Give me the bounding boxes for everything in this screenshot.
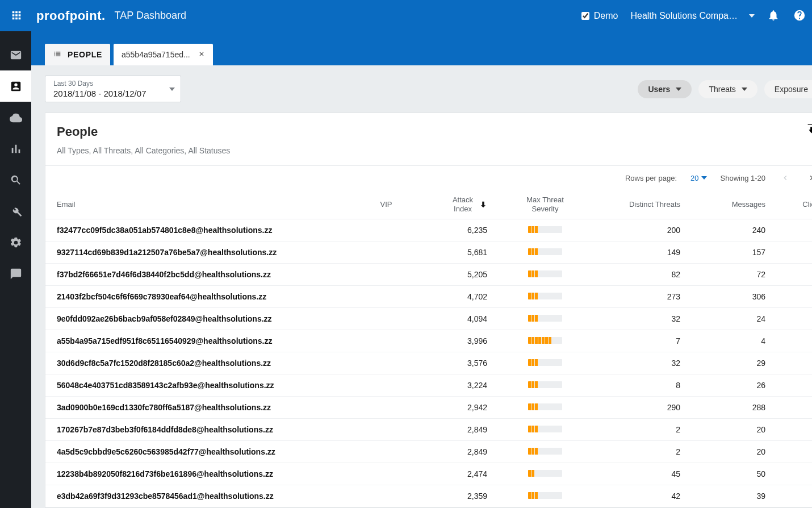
chevron-down-icon: [742, 86, 747, 92]
cell-clicks: 0: [772, 330, 812, 352]
cell-email: 30d6d9cf8c5a7fc1520d8f28185c60a2@healths…: [45, 352, 363, 374]
prev-page-button[interactable]: [779, 172, 792, 184]
demo-label: Demo: [594, 11, 618, 21]
cell-distinct-threats: 149: [596, 241, 687, 264]
page-title: TAP Dashboard: [115, 10, 186, 22]
nav-chat[interactable]: [0, 258, 31, 289]
table-row[interactable]: e3db42a69f3f9d31293cbe8578456ad1@healths…: [45, 485, 812, 507]
filter-exposure[interactable]: Exposure: [764, 80, 812, 98]
cell-email: 4a5d5c9cbbd9e5c6260c563985d42f77@healths…: [45, 441, 363, 463]
close-icon[interactable]: [198, 50, 205, 59]
filter-threats-label: Threats: [709, 85, 735, 94]
rows-per-page-value: 20: [690, 174, 698, 182]
table-row[interactable]: f32477cc09f5dc38a051ab574801c8e8@healths…: [45, 219, 812, 241]
content-area: PEOPLE a55b4a95a715ed... Last 30 Days 20…: [31, 31, 812, 508]
table-row[interactable]: 56048c4e403751cd83589143c2afb93e@healths…: [45, 374, 812, 397]
severity-bar: [528, 226, 562, 233]
cell-severity: [494, 485, 596, 507]
cell-attack-index: 5,681: [409, 241, 494, 264]
nav-settings[interactable]: [0, 227, 31, 258]
cell-attack-index: 2,474: [409, 463, 494, 485]
cell-vip: [363, 330, 409, 352]
demo-checkbox[interactable]: [581, 12, 589, 20]
cell-attack-index: 3,224: [409, 374, 494, 397]
col-attack-index[interactable]: Attack Index: [409, 190, 494, 219]
cell-severity: [494, 463, 596, 485]
severity-bar: [528, 359, 562, 366]
table-row[interactable]: 3ad0900b0e169cd1330fc780ff6a5187@healths…: [45, 397, 812, 419]
cell-email: 56048c4e403751cd83589143c2afb93e@healths…: [45, 374, 363, 397]
nav-analytics[interactable]: [0, 133, 31, 164]
left-nav: [0, 31, 31, 508]
date-range-picker[interactable]: Last 30 Days 2018/11/08 - 2018/12/07: [45, 76, 181, 102]
cell-messages: 72: [687, 264, 772, 286]
cell-email: e3db42a69f3f9d31293cbe8578456ad1@healths…: [45, 485, 363, 507]
cell-messages: 39: [687, 485, 772, 507]
tab-detail-label: a55b4a95a715ed...: [122, 50, 190, 59]
col-email[interactable]: Email: [45, 190, 363, 219]
table-row[interactable]: 9e0fdd092ae26b6bacb9af058ef02849@healths…: [45, 308, 812, 330]
cell-distinct-threats: 200: [596, 219, 687, 241]
showing-label: Showing 1-20: [721, 174, 766, 182]
col-messages[interactable]: Messages: [687, 190, 772, 219]
cell-vip: [363, 286, 409, 308]
rows-per-page-select[interactable]: 20: [690, 174, 706, 182]
cell-distinct-threats: 273: [596, 286, 687, 308]
filters-summary: All Types, All Threats, All Categories, …: [45, 143, 812, 166]
table-row[interactable]: 12238b4b892050f8216d73f6be161896@healths…: [45, 463, 812, 485]
col-max-threat-severity[interactable]: Max Threat Severity: [494, 190, 596, 219]
col-vip[interactable]: VIP: [363, 190, 409, 219]
table-row[interactable]: 30d6d9cf8c5a7fc1520d8f28185c60a2@healths…: [45, 352, 812, 374]
nav-cloud[interactable]: [0, 102, 31, 133]
people-table: Email VIP Attack Index Max Threat Severi…: [45, 190, 812, 507]
filter-users[interactable]: Users: [638, 80, 692, 98]
cell-vip: [363, 485, 409, 507]
cell-vip: [363, 352, 409, 374]
filter-users-label: Users: [648, 85, 670, 94]
table-row[interactable]: 4a5d5c9cbbd9e5c6260c563985d42f77@healths…: [45, 441, 812, 463]
tab-people[interactable]: PEOPLE: [45, 44, 110, 65]
cell-messages: 306: [687, 286, 772, 308]
cell-messages: 50: [687, 463, 772, 485]
date-range-value: 2018/11/08 - 2018/12/07: [53, 89, 156, 98]
table-row[interactable]: 170267b7e87d3beb3f0f6184ddfd8de8@healths…: [45, 419, 812, 441]
tab-detail[interactable]: a55b4a95a715ed...: [114, 44, 213, 65]
table-row[interactable]: 21403f2bcf504c6f6f669c78930eaf64@healths…: [45, 286, 812, 308]
severity-bar: [528, 381, 562, 388]
nav-search[interactable]: [0, 164, 31, 195]
bell-icon[interactable]: [767, 9, 781, 23]
cell-distinct-threats: 32: [596, 308, 687, 330]
table-row[interactable]: a55b4a95a715edf951f8c65116540929@healths…: [45, 330, 812, 352]
cell-clicks: 0: [772, 264, 812, 286]
cell-messages: 157: [687, 241, 772, 264]
download-icon[interactable]: [805, 124, 812, 139]
table-row[interactable]: 9327114cd69b839d1a212507a76be5a7@healths…: [45, 241, 812, 264]
severity-bar: [528, 492, 562, 499]
nav-people[interactable]: [0, 70, 31, 102]
arrow-down-icon: [479, 201, 487, 209]
cell-messages: 24: [687, 308, 772, 330]
cell-clicks: 0: [772, 241, 812, 264]
severity-bar: [528, 337, 562, 344]
severity-bar: [528, 426, 562, 432]
filter-threats[interactable]: Threats: [698, 80, 757, 98]
chevron-down-icon: [749, 11, 755, 21]
help-icon[interactable]: [793, 9, 807, 23]
nav-mail[interactable]: [0, 39, 31, 70]
apps-grid-icon[interactable]: [10, 9, 24, 23]
nav-tools[interactable]: [0, 195, 31, 227]
col-clicks[interactable]: Clicks: [772, 190, 812, 219]
next-page-button[interactable]: [805, 172, 812, 184]
tab-bar: PEOPLE a55b4a95a715ed...: [31, 31, 812, 65]
cell-clicks: 0: [772, 485, 812, 507]
table-row[interactable]: f37bd2f66651e7d46f6d38440f2bc5dd@healths…: [45, 264, 812, 286]
col-distinct-threats[interactable]: Distinct Threats: [596, 190, 687, 219]
demo-toggle[interactable]: Demo: [581, 11, 618, 21]
cell-email: 12238b4b892050f8216d73f6be161896@healths…: [45, 463, 363, 485]
cell-attack-index: 3,576: [409, 352, 494, 374]
cell-severity: [494, 374, 596, 397]
cell-severity: [494, 352, 596, 374]
cell-vip: [363, 308, 409, 330]
tenant-selector[interactable]: Health Solutions Compa…: [630, 11, 755, 21]
cell-attack-index: 2,849: [409, 419, 494, 441]
